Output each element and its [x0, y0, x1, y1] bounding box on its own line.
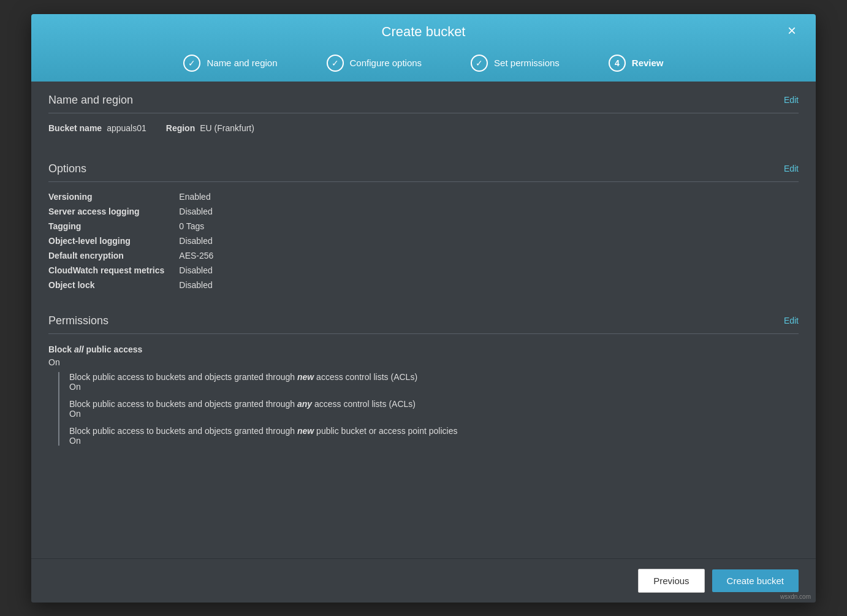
options-edit[interactable]: Edit — [784, 164, 799, 173]
name-region-header: Name and region Edit — [48, 94, 799, 113]
wizard-steps: ✓ Name and region ✓ Configure options ✓ … — [46, 47, 801, 82]
step-review-label: Review — [632, 58, 664, 68]
modal-footer: Previous Create bucket — [31, 558, 816, 603]
region-value: EU (Frankfurt) — [200, 123, 254, 133]
permissions-title: Permissions — [48, 314, 108, 327]
perm-sub-list: Block public access to buckets and objec… — [58, 372, 799, 446]
permissions-edit[interactable]: Edit — [784, 316, 799, 325]
step-name-region[interactable]: ✓ Name and region — [159, 55, 302, 72]
options-grid: VersioningEnabledServer access loggingDi… — [48, 192, 799, 290]
option-value: Disabled — [179, 265, 799, 275]
name-region-info: Bucket name appuals01 Region EU (Frankfu… — [48, 123, 799, 133]
perm-sub-label: Block public access to buckets and objec… — [69, 399, 799, 409]
step-set-permissions[interactable]: ✓ Set permissions — [446, 55, 584, 72]
modal-title-bar: Create bucket × — [46, 14, 801, 47]
region-item: Region EU (Frankfurt) — [166, 123, 254, 133]
step-set-permissions-icon: ✓ — [471, 55, 488, 72]
option-label: Server access logging — [48, 207, 164, 216]
perm-sub-status: On — [69, 382, 799, 392]
step-review-icon: 4 — [609, 55, 626, 72]
bucket-name-value: appuals01 — [107, 123, 146, 133]
perm-sub-status: On — [69, 409, 799, 419]
permissions-header: Permissions Edit — [48, 314, 799, 334]
perm-sub-label: Block public access to buckets and objec… — [69, 426, 799, 436]
block-all-status: On — [48, 357, 799, 367]
step-set-permissions-label: Set permissions — [494, 58, 560, 68]
options-header: Options Edit — [48, 162, 799, 182]
watermark: wsxdn.com — [780, 593, 811, 600]
option-value: AES-256 — [179, 251, 799, 260]
close-button[interactable]: × — [783, 21, 801, 40]
option-value: Disabled — [179, 207, 799, 216]
bucket-name-label: Bucket name — [48, 123, 102, 133]
step-configure-options-icon: ✓ — [327, 55, 344, 72]
permissions-section: Permissions Edit Block all public access… — [31, 302, 816, 458]
perm-sub-label: Block public access to buckets and objec… — [69, 372, 799, 382]
step-configure-options[interactable]: ✓ Configure options — [302, 55, 447, 72]
block-all-public-access: Block all public access — [48, 344, 799, 355]
name-region-edit[interactable]: Edit — [784, 95, 799, 105]
option-value: Disabled — [179, 280, 799, 290]
option-value: 0 Tags — [179, 221, 799, 231]
options-section: Options Edit VersioningEnabledServer acc… — [31, 150, 816, 302]
perm-sub-item: Block public access to buckets and objec… — [69, 399, 799, 419]
option-value: Disabled — [179, 236, 799, 246]
option-value: Enabled — [179, 192, 799, 202]
name-region-title: Name and region — [48, 94, 133, 107]
name-region-section: Name and region Edit Bucket name appuals… — [31, 82, 816, 150]
bucket-name-item: Bucket name appuals01 — [48, 123, 146, 133]
step-name-region-icon: ✓ — [183, 55, 200, 72]
previous-button[interactable]: Previous — [638, 569, 704, 593]
option-label: Tagging — [48, 221, 164, 231]
option-label: Object lock — [48, 280, 164, 290]
perm-sub-item: Block public access to buckets and objec… — [69, 426, 799, 446]
options-title: Options — [48, 162, 86, 175]
block-all-label: Block all public access — [48, 344, 142, 354]
step-review[interactable]: 4 Review — [584, 55, 688, 72]
step-configure-options-label: Configure options — [350, 58, 422, 68]
option-label: Object-level logging — [48, 236, 164, 246]
create-bucket-modal: Create bucket × ✓ Name and region ✓ Conf… — [31, 14, 816, 603]
step-name-region-label: Name and region — [207, 58, 277, 68]
create-bucket-button[interactable]: Create bucket — [712, 569, 799, 592]
perm-sub-status: On — [69, 436, 799, 446]
modal-header: Create bucket × ✓ Name and region ✓ Conf… — [31, 14, 816, 82]
option-label: Default encryption — [48, 251, 164, 260]
modal-body: Name and region Edit Bucket name appuals… — [31, 82, 816, 558]
permissions-block: Block all public access On Block public … — [48, 344, 799, 446]
region-label: Region — [166, 123, 195, 133]
option-label: Versioning — [48, 192, 164, 202]
modal-title: Create bucket — [382, 24, 466, 40]
option-label: CloudWatch request metrics — [48, 265, 164, 275]
perm-sub-item: Block public access to buckets and objec… — [69, 372, 799, 392]
